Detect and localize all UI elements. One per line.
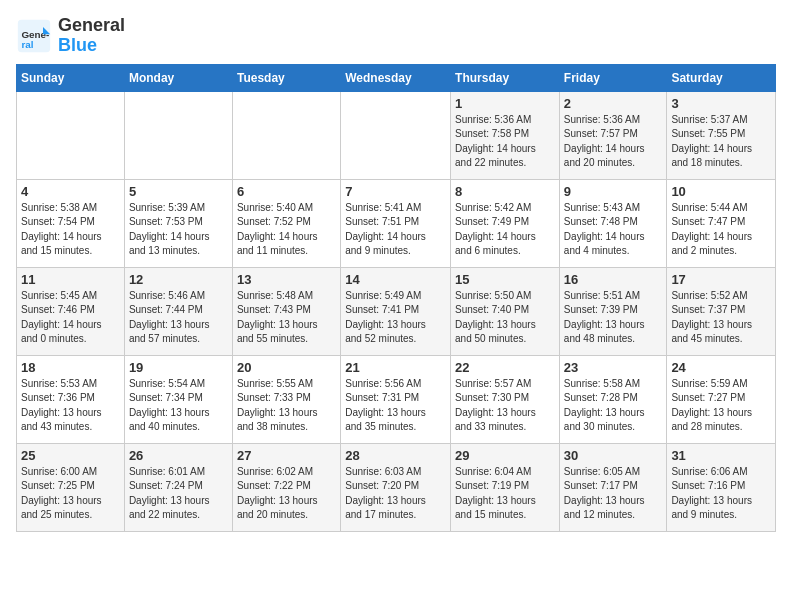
weekday-header: Wednesday	[341, 64, 451, 91]
day-info: Sunrise: 5:54 AM Sunset: 7:34 PM Dayligh…	[129, 377, 228, 435]
weekday-header: Tuesday	[232, 64, 340, 91]
weekday-header: Thursday	[451, 64, 560, 91]
calendar-cell: 15Sunrise: 5:50 AM Sunset: 7:40 PM Dayli…	[451, 267, 560, 355]
day-number: 2	[564, 96, 663, 111]
calendar-cell: 23Sunrise: 5:58 AM Sunset: 7:28 PM Dayli…	[559, 355, 667, 443]
day-info: Sunrise: 5:42 AM Sunset: 7:49 PM Dayligh…	[455, 201, 555, 259]
calendar-cell: 13Sunrise: 5:48 AM Sunset: 7:43 PM Dayli…	[232, 267, 340, 355]
logo: Gene- ral GeneralBlue	[16, 16, 125, 56]
calendar-cell: 29Sunrise: 6:04 AM Sunset: 7:19 PM Dayli…	[451, 443, 560, 531]
logo-icon: Gene- ral	[16, 18, 52, 54]
day-info: Sunrise: 5:48 AM Sunset: 7:43 PM Dayligh…	[237, 289, 336, 347]
day-info: Sunrise: 5:55 AM Sunset: 7:33 PM Dayligh…	[237, 377, 336, 435]
day-number: 6	[237, 184, 336, 199]
day-info: Sunrise: 5:40 AM Sunset: 7:52 PM Dayligh…	[237, 201, 336, 259]
day-info: Sunrise: 5:36 AM Sunset: 7:58 PM Dayligh…	[455, 113, 555, 171]
calendar-week-row: 4Sunrise: 5:38 AM Sunset: 7:54 PM Daylig…	[17, 179, 776, 267]
day-info: Sunrise: 5:53 AM Sunset: 7:36 PM Dayligh…	[21, 377, 120, 435]
day-info: Sunrise: 5:56 AM Sunset: 7:31 PM Dayligh…	[345, 377, 446, 435]
calendar-cell: 18Sunrise: 5:53 AM Sunset: 7:36 PM Dayli…	[17, 355, 125, 443]
day-info: Sunrise: 5:51 AM Sunset: 7:39 PM Dayligh…	[564, 289, 663, 347]
calendar-cell: 5Sunrise: 5:39 AM Sunset: 7:53 PM Daylig…	[124, 179, 232, 267]
weekday-header: Saturday	[667, 64, 776, 91]
day-info: Sunrise: 5:52 AM Sunset: 7:37 PM Dayligh…	[671, 289, 771, 347]
day-info: Sunrise: 6:05 AM Sunset: 7:17 PM Dayligh…	[564, 465, 663, 523]
day-number: 16	[564, 272, 663, 287]
day-info: Sunrise: 5:43 AM Sunset: 7:48 PM Dayligh…	[564, 201, 663, 259]
day-number: 13	[237, 272, 336, 287]
weekday-header: Sunday	[17, 64, 125, 91]
day-info: Sunrise: 5:58 AM Sunset: 7:28 PM Dayligh…	[564, 377, 663, 435]
day-number: 12	[129, 272, 228, 287]
day-number: 28	[345, 448, 446, 463]
day-number: 31	[671, 448, 771, 463]
day-info: Sunrise: 5:46 AM Sunset: 7:44 PM Dayligh…	[129, 289, 228, 347]
calendar-cell: 27Sunrise: 6:02 AM Sunset: 7:22 PM Dayli…	[232, 443, 340, 531]
day-number: 3	[671, 96, 771, 111]
calendar-cell: 19Sunrise: 5:54 AM Sunset: 7:34 PM Dayli…	[124, 355, 232, 443]
calendar-cell: 26Sunrise: 6:01 AM Sunset: 7:24 PM Dayli…	[124, 443, 232, 531]
calendar-cell: 16Sunrise: 5:51 AM Sunset: 7:39 PM Dayli…	[559, 267, 667, 355]
day-number: 11	[21, 272, 120, 287]
day-info: Sunrise: 6:03 AM Sunset: 7:20 PM Dayligh…	[345, 465, 446, 523]
calendar-cell: 14Sunrise: 5:49 AM Sunset: 7:41 PM Dayli…	[341, 267, 451, 355]
day-number: 19	[129, 360, 228, 375]
calendar-cell: 30Sunrise: 6:05 AM Sunset: 7:17 PM Dayli…	[559, 443, 667, 531]
calendar-cell: 3Sunrise: 5:37 AM Sunset: 7:55 PM Daylig…	[667, 91, 776, 179]
calendar-week-row: 1Sunrise: 5:36 AM Sunset: 7:58 PM Daylig…	[17, 91, 776, 179]
day-info: Sunrise: 5:36 AM Sunset: 7:57 PM Dayligh…	[564, 113, 663, 171]
calendar-cell: 7Sunrise: 5:41 AM Sunset: 7:51 PM Daylig…	[341, 179, 451, 267]
day-number: 4	[21, 184, 120, 199]
calendar-cell	[341, 91, 451, 179]
day-number: 20	[237, 360, 336, 375]
calendar-cell: 11Sunrise: 5:45 AM Sunset: 7:46 PM Dayli…	[17, 267, 125, 355]
day-info: Sunrise: 5:59 AM Sunset: 7:27 PM Dayligh…	[671, 377, 771, 435]
day-info: Sunrise: 5:39 AM Sunset: 7:53 PM Dayligh…	[129, 201, 228, 259]
calendar-cell	[124, 91, 232, 179]
day-number: 1	[455, 96, 555, 111]
calendar-cell: 20Sunrise: 5:55 AM Sunset: 7:33 PM Dayli…	[232, 355, 340, 443]
day-info: Sunrise: 6:00 AM Sunset: 7:25 PM Dayligh…	[21, 465, 120, 523]
day-number: 21	[345, 360, 446, 375]
weekday-header: Monday	[124, 64, 232, 91]
calendar-table: SundayMondayTuesdayWednesdayThursdayFrid…	[16, 64, 776, 532]
svg-text:ral: ral	[21, 38, 33, 49]
day-number: 22	[455, 360, 555, 375]
calendar-cell: 31Sunrise: 6:06 AM Sunset: 7:16 PM Dayli…	[667, 443, 776, 531]
calendar-cell: 22Sunrise: 5:57 AM Sunset: 7:30 PM Dayli…	[451, 355, 560, 443]
day-info: Sunrise: 5:37 AM Sunset: 7:55 PM Dayligh…	[671, 113, 771, 171]
day-number: 30	[564, 448, 663, 463]
calendar-cell: 24Sunrise: 5:59 AM Sunset: 7:27 PM Dayli…	[667, 355, 776, 443]
weekday-header: Friday	[559, 64, 667, 91]
day-info: Sunrise: 5:50 AM Sunset: 7:40 PM Dayligh…	[455, 289, 555, 347]
day-number: 26	[129, 448, 228, 463]
calendar-cell: 2Sunrise: 5:36 AM Sunset: 7:57 PM Daylig…	[559, 91, 667, 179]
day-number: 29	[455, 448, 555, 463]
day-number: 10	[671, 184, 771, 199]
day-number: 17	[671, 272, 771, 287]
day-number: 8	[455, 184, 555, 199]
day-info: Sunrise: 5:44 AM Sunset: 7:47 PM Dayligh…	[671, 201, 771, 259]
day-info: Sunrise: 5:45 AM Sunset: 7:46 PM Dayligh…	[21, 289, 120, 347]
calendar-week-row: 25Sunrise: 6:00 AM Sunset: 7:25 PM Dayli…	[17, 443, 776, 531]
day-number: 23	[564, 360, 663, 375]
day-number: 18	[21, 360, 120, 375]
day-info: Sunrise: 6:01 AM Sunset: 7:24 PM Dayligh…	[129, 465, 228, 523]
calendar-header: SundayMondayTuesdayWednesdayThursdayFrid…	[17, 64, 776, 91]
calendar-cell: 1Sunrise: 5:36 AM Sunset: 7:58 PM Daylig…	[451, 91, 560, 179]
calendar-cell: 10Sunrise: 5:44 AM Sunset: 7:47 PM Dayli…	[667, 179, 776, 267]
day-number: 14	[345, 272, 446, 287]
day-info: Sunrise: 5:38 AM Sunset: 7:54 PM Dayligh…	[21, 201, 120, 259]
calendar-cell	[17, 91, 125, 179]
calendar-cell: 6Sunrise: 5:40 AM Sunset: 7:52 PM Daylig…	[232, 179, 340, 267]
day-info: Sunrise: 5:49 AM Sunset: 7:41 PM Dayligh…	[345, 289, 446, 347]
calendar-cell: 28Sunrise: 6:03 AM Sunset: 7:20 PM Dayli…	[341, 443, 451, 531]
calendar-week-row: 18Sunrise: 5:53 AM Sunset: 7:36 PM Dayli…	[17, 355, 776, 443]
calendar-cell: 4Sunrise: 5:38 AM Sunset: 7:54 PM Daylig…	[17, 179, 125, 267]
calendar-cell: 9Sunrise: 5:43 AM Sunset: 7:48 PM Daylig…	[559, 179, 667, 267]
calendar-cell: 25Sunrise: 6:00 AM Sunset: 7:25 PM Dayli…	[17, 443, 125, 531]
day-number: 25	[21, 448, 120, 463]
day-number: 7	[345, 184, 446, 199]
day-number: 15	[455, 272, 555, 287]
day-info: Sunrise: 5:57 AM Sunset: 7:30 PM Dayligh…	[455, 377, 555, 435]
